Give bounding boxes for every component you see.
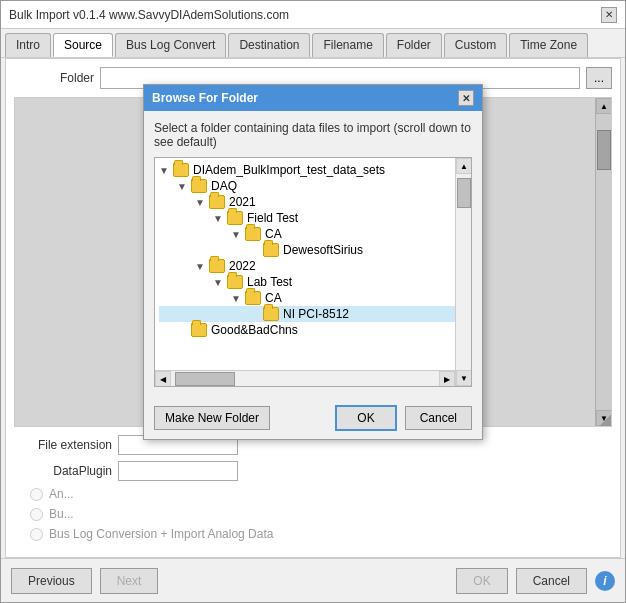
dialog-overlay: Browse For Folder ✕ Select a folder cont… (15, 98, 611, 426)
radio-an (30, 488, 43, 501)
tree-scroll-track[interactable] (456, 174, 471, 370)
browse-button[interactable]: ... (586, 67, 612, 89)
folder-label: Folder (14, 71, 94, 85)
tree-item-label: DIAdem_BulkImport_test_data_sets (193, 163, 385, 177)
tree-scroll-area[interactable]: ▼ DIAdem_BulkImport_test_data_sets ▼ (155, 158, 471, 386)
tree-item-label: Lab Test (247, 275, 292, 289)
tree-expand-arrow[interactable]: ▼ (159, 165, 171, 176)
folder-icon (209, 195, 225, 209)
main-content: Folder ... ▲ ▼ Browse For Folder ✕ (5, 58, 621, 558)
folder-icon (191, 323, 207, 337)
folder-icon (263, 243, 279, 257)
ok-button[interactable]: OK (456, 568, 507, 594)
tab-intro[interactable]: Intro (5, 33, 51, 57)
tab-source[interactable]: Source (53, 33, 113, 57)
folder-icon (191, 179, 207, 193)
tree-item-label: 2022 (229, 259, 256, 273)
tree-item-label: Good&BadChns (211, 323, 298, 337)
radio-bus-log (30, 528, 43, 541)
browse-folder-dialog: Browse For Folder ✕ Select a folder cont… (143, 84, 483, 440)
close-button[interactable]: ✕ (601, 7, 617, 23)
next-button[interactable]: Next (100, 568, 159, 594)
tab-filename[interactable]: Filename (312, 33, 383, 57)
bottom-labels: File extension DataPlugin An... Bu... Bu… (14, 427, 612, 549)
previous-button[interactable]: Previous (11, 568, 92, 594)
dialog-description: Select a folder containing data files to… (154, 121, 472, 149)
dialog-body: Select a folder containing data files to… (144, 111, 482, 397)
folder-icon (173, 163, 189, 177)
tabs-bar: Intro Source Bus Log Convert Destination… (1, 29, 625, 58)
tree-scroll-down[interactable]: ▼ (456, 370, 472, 386)
dialog-close-button[interactable]: ✕ (458, 90, 474, 106)
folder-icon (209, 259, 225, 273)
tree-expand-arrow[interactable]: ▼ (231, 229, 243, 240)
tree-item-label: Field Test (247, 211, 298, 225)
folder-icon (227, 275, 243, 289)
dialog-buttons: Make New Folder OK Cancel (144, 397, 482, 439)
tree-expand-arrow[interactable]: ▼ (231, 293, 243, 304)
tab-timezone[interactable]: Time Zone (509, 33, 588, 57)
dialog-title-bar: Browse For Folder ✕ (144, 85, 482, 111)
tree-item-label: 2021 (229, 195, 256, 209)
resize-handle[interactable] (599, 414, 611, 426)
radio-row-1: An... (30, 487, 604, 501)
tree-item[interactable]: ▼ Field Test (159, 210, 467, 226)
tree-item[interactable]: ▼ Lab Test (159, 274, 467, 290)
tree-expand-arrow[interactable]: ▼ (213, 213, 225, 224)
radio-bu (30, 508, 43, 521)
dataplugin-row: DataPlugin (22, 461, 604, 481)
tree-hscroll-track[interactable] (171, 371, 439, 386)
tree-item[interactable]: ▶ DewesoftSirius (159, 242, 467, 258)
radio-bus-log-label: Bus Log Conversion + Import Analog Data (49, 527, 273, 541)
main-window: Bulk Import v0.1.4 www.SavvyDIAdemSoluti… (0, 0, 626, 603)
dataplugin-input[interactable] (118, 461, 238, 481)
dialog-ok-button[interactable]: OK (335, 405, 396, 431)
tree-item[interactable]: ▼ 2022 (159, 258, 467, 274)
tree-item-label: DewesoftSirius (283, 243, 363, 257)
radio-an-label: An... (49, 487, 74, 501)
bottom-bar: Previous Next OK Cancel i (1, 558, 625, 602)
radio-bu-label: Bu... (49, 507, 74, 521)
content-area: ▲ ▼ Browse For Folder ✕ Select a folder … (14, 97, 612, 427)
tree-item-label: DAQ (211, 179, 237, 193)
tab-bus-log-convert[interactable]: Bus Log Convert (115, 33, 226, 57)
tree-scroll-right[interactable]: ▶ (439, 371, 455, 387)
tree-scroll-up[interactable]: ▲ (456, 158, 472, 174)
dataplugin-label: DataPlugin (22, 464, 112, 478)
folder-icon (227, 211, 243, 225)
tree-item[interactable]: ▼ CA (159, 290, 467, 306)
tree-scroll-thumb[interactable] (457, 178, 471, 208)
tree-scroll-left[interactable]: ◀ (155, 371, 171, 387)
tree-item-label: CA (265, 227, 282, 241)
tab-destination[interactable]: Destination (228, 33, 310, 57)
tree-expand-arrow[interactable]: ▼ (213, 277, 225, 288)
radio-row-3: Bus Log Conversion + Import Analog Data (30, 527, 604, 541)
dialog-cancel-button[interactable]: Cancel (405, 406, 472, 430)
window-title: Bulk Import v0.1.4 www.SavvyDIAdemSoluti… (9, 8, 289, 22)
tree-scrollbar-horizontal[interactable]: ◀ ▶ (155, 370, 455, 386)
file-extension-label: File extension (22, 438, 112, 452)
tree-expand-arrow[interactable]: ▼ (195, 197, 207, 208)
folder-tree: ▼ DIAdem_BulkImport_test_data_sets ▼ (154, 157, 472, 387)
tree-expand-arrow[interactable]: ▼ (177, 181, 189, 192)
radio-row-2: Bu... (30, 507, 604, 521)
tree-item[interactable]: ▼ 2021 (159, 194, 467, 210)
tab-folder[interactable]: Folder (386, 33, 442, 57)
tree-expand-arrow[interactable]: ▼ (195, 261, 207, 272)
tree-item[interactable]: ▼ DAQ (159, 178, 467, 194)
tree-item[interactable]: ▼ CA (159, 226, 467, 242)
folder-icon (245, 291, 261, 305)
tree-scrollbar-vertical[interactable]: ▲ ▼ (455, 158, 471, 386)
info-icon[interactable]: i (595, 571, 615, 591)
tree-item-selected[interactable]: ▶ NI PCI-8512 (159, 306, 467, 322)
make-new-folder-button[interactable]: Make New Folder (154, 406, 270, 430)
tree-hscroll-thumb[interactable] (175, 372, 235, 386)
tab-custom[interactable]: Custom (444, 33, 507, 57)
tree-item-label: CA (265, 291, 282, 305)
tree-item[interactable]: ▼ DIAdem_BulkImport_test_data_sets (159, 162, 467, 178)
tree-item-label: NI PCI-8512 (283, 307, 349, 321)
tree-item[interactable]: ▶ Good&BadChns (159, 322, 467, 338)
folder-icon (263, 307, 279, 321)
cancel-button[interactable]: Cancel (516, 568, 587, 594)
title-bar-controls: ✕ (601, 7, 617, 23)
